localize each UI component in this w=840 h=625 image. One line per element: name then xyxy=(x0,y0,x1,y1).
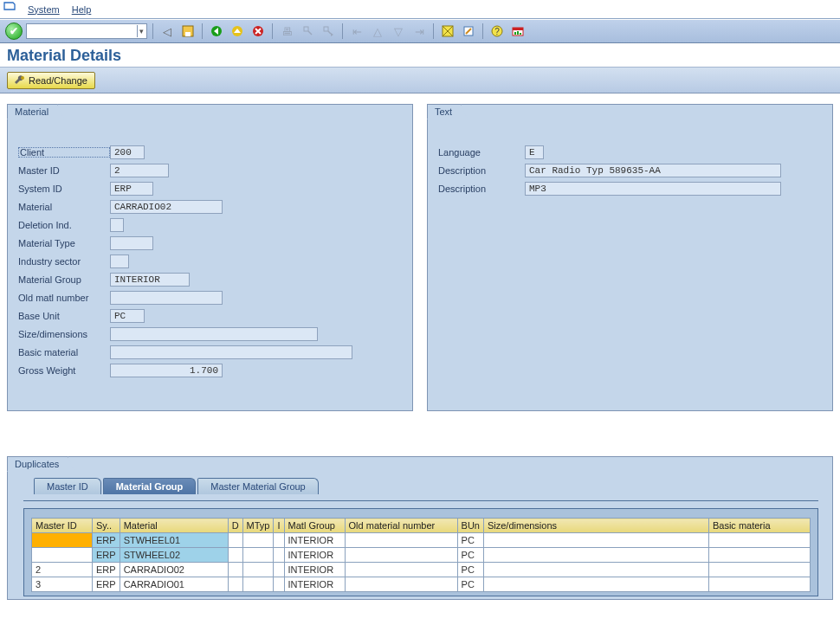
cell-sy[interactable]: ERP xyxy=(93,533,120,548)
cell-material[interactable]: CARRADIO01 xyxy=(120,577,228,592)
cell-mtyp[interactable] xyxy=(242,577,274,592)
label-master-id: Master ID xyxy=(18,165,110,176)
cell-bm[interactable] xyxy=(708,563,810,577)
svg-rect-16 xyxy=(517,31,519,35)
tab-master-material-group[interactable]: Master Material Group xyxy=(197,478,318,494)
value-system-id: ERP xyxy=(110,182,153,196)
cell-d[interactable] xyxy=(228,563,242,577)
back-icon[interactable]: ◁ xyxy=(158,23,176,40)
cell-mtyp[interactable] xyxy=(242,563,274,577)
col-size[interactable]: Size/dimensions xyxy=(483,519,708,533)
next-page-icon[interactable]: ▽ xyxy=(390,23,407,40)
col-bun[interactable]: BUn xyxy=(457,519,483,533)
table-row[interactable]: 3ERPCARRADIO01INTERIORPC xyxy=(32,577,811,592)
grid-header-row: Master ID Sy.. Material D MTyp I Matl Gr… xyxy=(32,519,811,533)
cell-material[interactable]: STWHEEL01 xyxy=(120,533,228,548)
cell-master_id[interactable] xyxy=(32,533,93,548)
create-shortcut-icon[interactable] xyxy=(460,23,477,40)
table-row[interactable]: ERPSTWHEEL02INTERIORPC xyxy=(32,548,811,563)
cell-master_id[interactable] xyxy=(32,548,93,563)
command-history-icon[interactable]: ▾ xyxy=(137,25,145,37)
prev-page-icon[interactable]: △ xyxy=(369,23,386,40)
cell-size[interactable] xyxy=(483,563,708,577)
svg-line-8 xyxy=(328,31,331,34)
col-mtyp[interactable]: MTyp xyxy=(242,519,274,533)
cell-i[interactable] xyxy=(274,577,284,592)
cell-old[interactable] xyxy=(345,548,457,563)
svg-rect-14 xyxy=(513,28,523,30)
cell-bun[interactable]: PC xyxy=(457,548,483,563)
table-row[interactable]: 2ERPCARRADIO02INTERIORPC xyxy=(32,563,811,577)
tab-material-group[interactable]: Material Group xyxy=(103,478,197,494)
cell-matl_group[interactable]: INTERIOR xyxy=(284,533,345,548)
col-material[interactable]: Material xyxy=(120,519,228,533)
menu-help[interactable]: Help xyxy=(67,3,97,16)
cell-mtyp[interactable] xyxy=(242,548,274,563)
text-panel: Text Language E Description Car Radio Ty… xyxy=(427,104,833,411)
cell-matl_group[interactable]: INTERIOR xyxy=(284,577,345,592)
enter-button[interactable]: ✔ xyxy=(5,23,23,40)
cell-matl_group[interactable]: INTERIOR xyxy=(284,548,345,563)
cell-bm[interactable] xyxy=(708,577,810,592)
svg-rect-1 xyxy=(185,32,191,36)
col-system[interactable]: Sy.. xyxy=(93,519,120,533)
col-i[interactable]: I xyxy=(274,519,284,533)
cell-old[interactable] xyxy=(345,563,457,577)
cell-bm[interactable] xyxy=(708,533,810,548)
cell-i[interactable] xyxy=(274,533,284,548)
nav-cancel-icon[interactable] xyxy=(249,23,267,40)
nav-back-icon[interactable] xyxy=(208,23,225,40)
cell-d[interactable] xyxy=(228,577,242,592)
label-material: Material xyxy=(18,202,110,212)
cell-sy[interactable]: ERP xyxy=(93,563,120,577)
new-session-icon[interactable] xyxy=(439,23,456,40)
duplicates-grid[interactable]: Master ID Sy.. Material D MTyp I Matl Gr… xyxy=(31,518,811,592)
cell-bun[interactable]: PC xyxy=(457,577,483,592)
help-icon[interactable]: ? xyxy=(488,23,506,40)
value-old-matl-number xyxy=(110,291,223,305)
find-icon[interactable] xyxy=(299,23,316,40)
cell-i[interactable] xyxy=(274,548,284,563)
print-icon[interactable]: 🖶 xyxy=(278,23,295,40)
col-master-id[interactable]: Master ID xyxy=(32,519,93,533)
menu-system[interactable]: System xyxy=(23,3,65,16)
first-page-icon[interactable]: ⇤ xyxy=(348,23,365,40)
cell-d[interactable] xyxy=(228,533,242,548)
label-material-group: Material Group xyxy=(18,274,110,285)
cell-matl_group[interactable]: INTERIOR xyxy=(284,563,345,577)
read-change-button[interactable]: Read/Change xyxy=(7,72,95,89)
find-next-icon[interactable] xyxy=(320,23,337,40)
cell-material[interactable]: CARRADIO02 xyxy=(120,563,228,577)
command-field[interactable] xyxy=(26,23,147,39)
col-d[interactable]: D xyxy=(228,519,242,533)
duplicates-tab-content: Master ID Sy.. Material D MTyp I Matl Gr… xyxy=(23,508,818,596)
col-basic-mat[interactable]: Basic materia xyxy=(708,519,810,533)
cell-size[interactable] xyxy=(483,533,708,548)
cell-bun[interactable]: PC xyxy=(457,563,483,577)
col-old-mat[interactable]: Old material number xyxy=(345,519,457,533)
cell-master_id[interactable]: 2 xyxy=(32,563,93,577)
cell-material[interactable]: STWHEEL02 xyxy=(120,548,228,563)
cell-i[interactable] xyxy=(274,563,284,577)
material-panel-title: Material xyxy=(7,104,58,119)
layout-icon[interactable] xyxy=(509,23,527,40)
cell-old[interactable] xyxy=(345,577,457,592)
cell-bm[interactable] xyxy=(708,548,810,563)
cell-bun[interactable]: PC xyxy=(457,533,483,548)
last-page-icon[interactable]: ⇥ xyxy=(410,23,428,40)
nav-exit-icon[interactable] xyxy=(229,23,246,40)
cell-sy[interactable]: ERP xyxy=(93,548,120,563)
cell-size[interactable] xyxy=(483,577,708,592)
cell-sy[interactable]: ERP xyxy=(93,577,120,592)
table-row[interactable]: ERPSTWHEEL01INTERIORPC xyxy=(32,533,811,548)
svg-text:?: ? xyxy=(494,27,500,36)
label-system-id: System ID xyxy=(18,184,110,194)
cell-old[interactable] xyxy=(345,533,457,548)
cell-d[interactable] xyxy=(228,548,242,563)
cell-size[interactable] xyxy=(483,548,708,563)
cell-mtyp[interactable] xyxy=(242,533,274,548)
cell-master_id[interactable]: 3 xyxy=(32,577,93,592)
save-icon[interactable] xyxy=(179,23,197,40)
tab-master-id[interactable]: Master ID xyxy=(34,478,101,494)
col-matl-group[interactable]: Matl Group xyxy=(284,519,345,533)
